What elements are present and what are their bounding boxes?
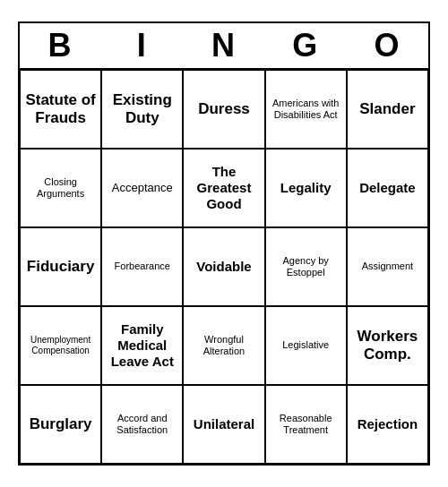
bingo-cell: Delegate — [347, 149, 428, 227]
header-letter: I — [101, 23, 183, 68]
bingo-cell: Americans with Disabilities Act — [265, 70, 347, 149]
bingo-cell: Statute of Frauds — [20, 70, 101, 149]
bingo-cell: Unemployment Compensation — [20, 306, 101, 385]
bingo-cell: Wrongful Alteration — [183, 306, 264, 385]
bingo-cell: Fiduciary — [20, 227, 101, 306]
bingo-cell: Forbearance — [101, 227, 183, 306]
bingo-cell: Family Medical Leave Act — [101, 306, 183, 385]
bingo-grid: Statute of FraudsExisting DutyDuressAmer… — [20, 68, 428, 464]
bingo-cell: Workers Comp. — [347, 306, 428, 385]
bingo-cell: Closing Arguments — [20, 149, 101, 227]
header-letter: O — [347, 23, 428, 68]
bingo-cell: Assignment — [347, 227, 428, 306]
bingo-cell: Slander — [347, 70, 428, 149]
bingo-cell: Accord and Satisfaction — [101, 385, 183, 464]
bingo-cell: Unilateral — [183, 385, 264, 464]
bingo-cell: Burglary — [20, 385, 101, 464]
bingo-cell: Duress — [183, 70, 264, 149]
bingo-cell: Voidable — [183, 227, 264, 306]
bingo-cell: Reasonable Treatment — [265, 385, 347, 464]
bingo-cell: Legislative — [265, 306, 347, 385]
header-letter: G — [265, 23, 347, 68]
bingo-cell: The Greatest Good — [183, 149, 264, 227]
header-letter: B — [20, 23, 101, 68]
bingo-cell: Rejection — [347, 385, 428, 464]
bingo-cell: Agency by Estoppel — [265, 227, 347, 306]
bingo-card: BINGO Statute of FraudsExisting DutyDure… — [18, 21, 430, 466]
bingo-header: BINGO — [20, 23, 428, 68]
bingo-cell: Acceptance — [101, 149, 183, 227]
bingo-cell: Legality — [265, 149, 347, 227]
header-letter: N — [183, 23, 264, 68]
bingo-cell: Existing Duty — [101, 70, 183, 149]
